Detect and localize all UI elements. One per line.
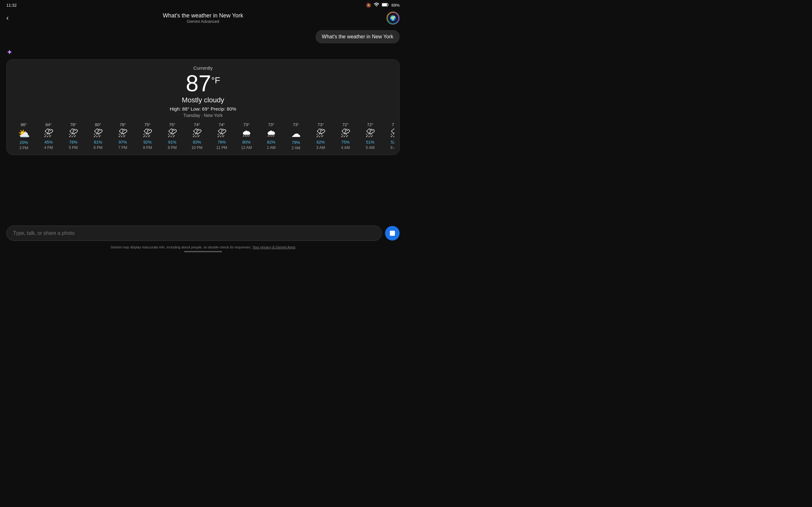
hour-time: 11 PM — [216, 146, 227, 150]
header-center: What's the weather in New York Gemini Ad… — [163, 12, 243, 24]
hour-item: 78° ⛈ 78% 5 PM — [61, 122, 85, 150]
hour-weather-icon: ⛈ — [192, 128, 202, 139]
stop-button[interactable] — [385, 226, 400, 240]
hour-temp: 72° — [392, 122, 394, 127]
hour-item: 86° ⛅ 20% 3 PM — [12, 122, 36, 150]
hour-temp: 74° — [218, 122, 225, 127]
hour-temp: 73° — [268, 122, 274, 127]
hour-time: 2 AM — [292, 146, 300, 150]
low-label: Low: — [191, 106, 202, 112]
hour-weather-icon: ⛅ — [18, 128, 30, 139]
current-temperature: 87°F — [12, 72, 394, 95]
hour-time: 5 AM — [366, 146, 374, 150]
back-button[interactable]: ‹ — [6, 14, 9, 22]
hour-precip: 81% — [94, 140, 102, 145]
hour-precip: 80% — [242, 140, 251, 145]
hour-item: 72° ⛈ 52% 6 AM — [383, 122, 394, 150]
hour-item: 73° 🌧 80% 12 AM — [235, 122, 258, 150]
hour-item: 73° ⛈ 82% 3 AM — [309, 122, 333, 150]
app-subtitle: Gemini Advanced — [163, 19, 243, 24]
hour-weather-icon: ⛈ — [341, 128, 350, 139]
hour-item: 73° ☁ 79% 2 AM — [284, 122, 308, 150]
status-bar: 11:32 🔕 89% — [0, 0, 406, 10]
hour-weather-icon: ⛈ — [118, 128, 128, 139]
hour-precip: 75% — [341, 140, 350, 145]
hour-precip: 83% — [193, 140, 201, 145]
hour-temp: 80° — [95, 122, 101, 127]
hour-temp: 86° — [20, 122, 27, 127]
battery-display — [382, 3, 389, 8]
hour-item: 74° ⛈ 76% 11 PM — [210, 122, 234, 150]
input-area — [0, 226, 406, 241]
privacy-link[interactable]: Your privacy & Gemini Apps — [252, 245, 295, 249]
hour-weather-icon: ☁ — [291, 128, 301, 139]
hour-temp: 73° — [243, 122, 250, 127]
weather-card: Currently 87°F Mostly cloudy High: 88° L… — [6, 59, 400, 155]
time-display: 11:32 — [6, 3, 17, 8]
hour-item: 75° ⛈ 91% 9 PM — [160, 122, 184, 150]
wifi-icon — [374, 3, 379, 8]
hour-item: 74° ⛈ 83% 10 PM — [185, 122, 209, 150]
hour-temp: 72° — [342, 122, 349, 127]
currently-label: Currently — [12, 65, 394, 71]
hour-time: 3 AM — [316, 146, 325, 150]
gemini-star-icon: ✦ — [0, 47, 406, 58]
home-indicator — [184, 251, 222, 252]
hour-item: 72° ⛈ 51% 5 AM — [358, 122, 382, 150]
hour-weather-icon: ⛈ — [68, 128, 78, 139]
hour-weather-icon: ⛈ — [316, 128, 325, 139]
hour-temp: 75° — [144, 122, 151, 127]
hour-time: 10 PM — [192, 146, 203, 150]
hour-time: 12 AM — [241, 146, 252, 150]
hourly-forecast-scroll[interactable]: 86° ⛅ 20% 3 PM 84° ⛈ 45% 4 PM 78° ⛈ 78% … — [12, 122, 394, 150]
hour-weather-icon: 🌧 — [266, 128, 276, 139]
high-value: 88° — [182, 106, 189, 112]
hour-temp: 78° — [70, 122, 77, 127]
precip-value: 80% — [227, 106, 236, 112]
hour-precip: 20% — [20, 140, 28, 145]
hour-weather-icon: ⛈ — [167, 128, 177, 139]
user-avatar[interactable]: 🌍 — [386, 11, 400, 25]
hour-precip: 51% — [366, 140, 374, 145]
hour-time: 6 AM — [391, 146, 394, 150]
hour-precip: 78% — [69, 140, 78, 145]
status-icons: 🔕 89% — [366, 3, 400, 8]
hour-temp: 74° — [194, 122, 200, 127]
avatar-inner: 🌍 — [388, 13, 398, 23]
hour-weather-icon: ⛈ — [390, 128, 394, 139]
hour-time: 4 AM — [341, 146, 350, 150]
low-value: 69° — [202, 106, 209, 112]
chat-area: What's the weather in New York — [0, 27, 406, 47]
hour-item: 75° ⛈ 92% 8 PM — [136, 122, 159, 150]
mute-icon: 🔕 — [366, 3, 371, 8]
battery-percent: 89% — [392, 3, 400, 8]
hour-precip: 79% — [292, 140, 300, 145]
hour-precip: 76% — [217, 140, 226, 145]
hour-time: 9 PM — [168, 146, 177, 150]
hour-time: 8 PM — [143, 146, 152, 150]
hour-weather-icon: ⛈ — [217, 128, 226, 139]
high-label: High: — [170, 106, 182, 112]
hour-temp: 72° — [367, 122, 373, 127]
hour-precip: 45% — [44, 140, 53, 145]
hour-precip: 82% — [316, 140, 325, 145]
header: ‹ What's the weather in New York Gemini … — [0, 10, 406, 27]
hour-temp: 73° — [293, 122, 299, 127]
hour-precip: 82% — [267, 140, 275, 145]
hour-time: 6 PM — [94, 146, 102, 150]
hour-precip: 52% — [391, 140, 394, 145]
hour-item: 78° ⛈ 97% 7 PM — [111, 122, 135, 150]
hour-time: 4 PM — [44, 146, 53, 150]
hour-item: 80° ⛈ 81% 6 PM — [86, 122, 110, 150]
hour-weather-icon: ⛈ — [365, 128, 375, 139]
disclaimer-text: Gemini may display inaccurate info, incl… — [0, 245, 406, 249]
user-message-bubble: What's the weather in New York — [316, 30, 400, 43]
hour-time: 3 PM — [19, 146, 28, 150]
hour-item: 72° ⛈ 75% 4 AM — [334, 122, 357, 150]
hour-time: 1 AM — [267, 146, 275, 150]
hour-temp: 73° — [317, 122, 324, 127]
chat-input[interactable] — [6, 226, 382, 241]
hour-precip: 91% — [168, 140, 176, 145]
weather-details: High: 88° Low: 69° Precip: 80% — [12, 106, 394, 112]
weather-condition: Mostly cloudy — [12, 96, 394, 104]
